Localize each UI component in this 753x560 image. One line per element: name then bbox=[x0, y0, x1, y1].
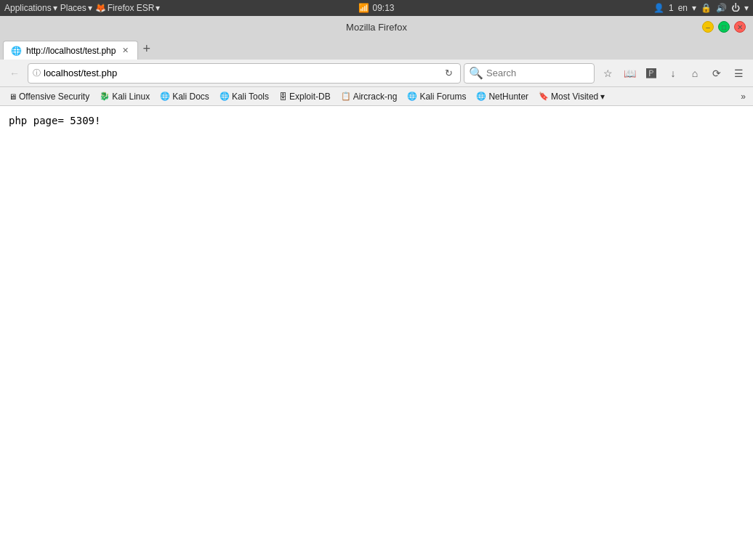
bookmark-icon-offensive: 🖥 bbox=[9, 92, 17, 101]
bookmarks-bar: 🖥 Offensive Security 🐉 Kali Linux 🌐 Kali… bbox=[0, 87, 753, 106]
system-tray: 👤 1 en ▾ 🔒 🔊 ⏻ ▾ bbox=[653, 3, 749, 13]
search-bar[interactable]: 🔍 bbox=[464, 63, 595, 84]
address-bar[interactable]: ⓘ ↻ bbox=[28, 63, 461, 84]
home-icon[interactable]: ⌂ bbox=[685, 63, 705, 84]
bookmark-icon-most-visited: 🔖 bbox=[539, 92, 549, 101]
bookmark-icon-kali-tools: 🌐 bbox=[220, 92, 230, 101]
bookmark-icon-nethunter: 🌐 bbox=[476, 92, 486, 101]
back-icon: ← bbox=[9, 68, 20, 79]
bookmark-nethunter[interactable]: 🌐 NetHunter bbox=[472, 90, 533, 103]
tab-close-button[interactable]: ✕ bbox=[120, 46, 130, 56]
reader-icon[interactable]: 📖 bbox=[619, 63, 640, 84]
applications-menu[interactable]: Applications ▾ bbox=[4, 3, 57, 13]
bookmark-kali-docs[interactable]: 🌐 Kali Docs bbox=[156, 90, 214, 103]
system-clock: 📶 09:13 bbox=[358, 3, 394, 13]
search-input[interactable] bbox=[486, 68, 581, 78]
bookmarks-overflow-button[interactable]: » bbox=[738, 90, 749, 103]
bookmark-icon-aircrack: 📋 bbox=[341, 92, 351, 101]
bookmark-kali-tools[interactable]: 🌐 Kali Tools bbox=[215, 90, 273, 103]
pocket-icon[interactable]: 🅿 bbox=[641, 63, 661, 84]
download-icon[interactable]: ↓ bbox=[663, 63, 683, 84]
new-tab-button[interactable]: + bbox=[138, 41, 155, 57]
minimize-button[interactable]: – bbox=[702, 21, 714, 33]
places-menu[interactable]: Places ▾ bbox=[60, 3, 92, 13]
bookmark-icon[interactable]: ☆ bbox=[597, 63, 618, 84]
nav-bar: ← ⓘ ↻ 🔍 ☆ 📖 🅿 ↓ ⌂ ⟳ ☰ bbox=[0, 60, 753, 87]
maximize-button[interactable]: □ bbox=[718, 21, 730, 33]
system-bar-left: Applications ▾ Places ▾ 🦊 Firefox ESR ▾ bbox=[4, 3, 160, 13]
bookmark-icon-kali-forums: 🌐 bbox=[407, 92, 417, 101]
window-title: Mozilla Firefox bbox=[51, 22, 702, 33]
bookmark-offensive-security[interactable]: 🖥 Offensive Security bbox=[4, 90, 94, 103]
bookmark-kali-linux[interactable]: 🐉 Kali Linux bbox=[95, 90, 154, 103]
tab-bar: 🌐 http://localhost/test.php ✕ + bbox=[0, 38, 753, 60]
bookmark-icon-kali-linux: 🐉 bbox=[100, 92, 110, 101]
bookmark-exploit-db[interactable]: 🗄 Exploit-DB bbox=[275, 90, 335, 103]
bookmark-aircrack-ng[interactable]: 📋 Aircrack-ng bbox=[337, 90, 402, 103]
system-bar: Applications ▾ Places ▾ 🦊 Firefox ESR ▾ … bbox=[0, 0, 753, 16]
back-button[interactable]: ← bbox=[4, 63, 25, 84]
page-content: php page= 5309! bbox=[0, 106, 753, 560]
bookmark-kali-forums[interactable]: 🌐 Kali Forums bbox=[403, 90, 470, 103]
secure-icon: ⓘ bbox=[33, 68, 41, 78]
toolbar-icons: ☆ 📖 🅿 ↓ ⌂ ⟳ ☰ bbox=[597, 63, 749, 84]
close-button[interactable]: ✕ bbox=[734, 21, 746, 33]
window-controls: – □ ✕ bbox=[702, 21, 746, 33]
url-input[interactable] bbox=[44, 68, 438, 78]
active-tab[interactable]: 🌐 http://localhost/test.php ✕ bbox=[3, 41, 138, 60]
title-bar: Mozilla Firefox – □ ✕ bbox=[0, 16, 753, 38]
page-text: php page= 5309! bbox=[9, 115, 100, 126]
bookmark-icon-exploit-db: 🗄 bbox=[279, 92, 287, 101]
bookmark-icon-kali-docs: 🌐 bbox=[160, 92, 170, 101]
firefox-menu[interactable]: 🦊 Firefox ESR ▾ bbox=[95, 3, 161, 13]
search-icon: 🔍 bbox=[469, 66, 483, 80]
reload-icon: ↻ bbox=[445, 68, 453, 78]
tab-title: http://localhost/test.php bbox=[26, 46, 116, 56]
bookmark-most-visited[interactable]: 🔖 Most Visited ▾ bbox=[534, 90, 609, 103]
tab-favicon: 🌐 bbox=[11, 46, 22, 56]
reload-button[interactable]: ↻ bbox=[441, 66, 456, 81]
menu-button[interactable]: ☰ bbox=[728, 63, 749, 84]
synced-tabs-icon[interactable]: ⟳ bbox=[706, 63, 727, 84]
